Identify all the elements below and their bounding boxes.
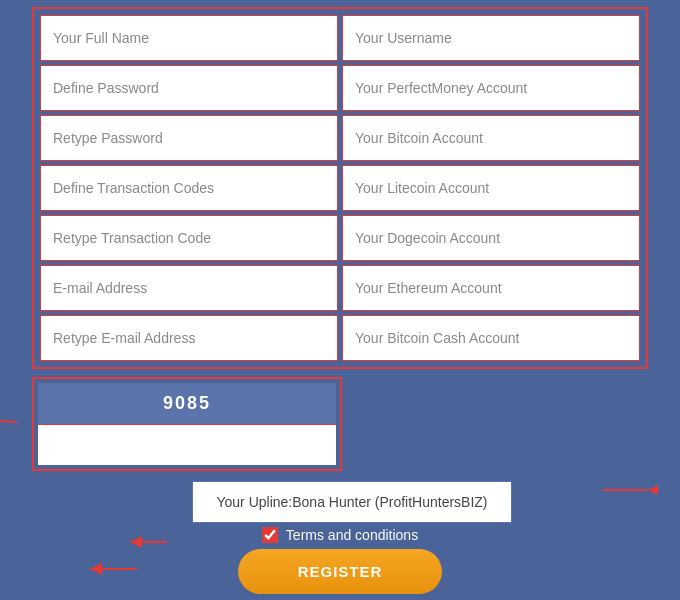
username-input[interactable] <box>342 15 640 61</box>
terms-checkbox[interactable] <box>262 527 278 543</box>
perfectmoney-account-input[interactable] <box>342 65 640 111</box>
full-name-input[interactable] <box>40 15 338 61</box>
register-left-arrow-icon <box>82 554 142 584</box>
captcha-container: 9085 <box>32 377 342 471</box>
define-password-input[interactable] <box>40 65 338 111</box>
bitcoin-cash-account-input[interactable] <box>342 315 640 361</box>
upline-display: Your Upline:Bona Hunter (ProfitHuntersBI… <box>192 481 512 523</box>
register-button[interactable]: REGISTER <box>238 549 443 594</box>
captcha-code: 9085 <box>38 383 336 424</box>
terms-wrapper: Terms and conditions <box>32 527 648 543</box>
register-wrapper: REGISTER <box>32 549 648 594</box>
form-border <box>32 7 648 369</box>
form-grid <box>40 15 640 361</box>
captcha-input[interactable] <box>38 424 336 465</box>
retype-password-input[interactable] <box>40 115 338 161</box>
upline-wrapper: Your Upline:Bona Hunter (ProfitHuntersBI… <box>32 475 648 523</box>
bitcoin-account-input[interactable] <box>342 115 640 161</box>
left-arrow-icon <box>0 387 22 427</box>
ethereum-account-input[interactable] <box>342 265 640 311</box>
retype-transaction-code-input[interactable] <box>40 215 338 261</box>
dogecoin-account-input[interactable] <box>342 215 640 261</box>
define-transaction-codes-input[interactable] <box>40 165 338 211</box>
litecoin-account-input[interactable] <box>342 165 640 211</box>
terms-label: Terms and conditions <box>286 527 418 543</box>
registration-form: 9085 Your Upline:Bona Hunter (ProfitHunt… <box>20 0 660 600</box>
retype-email-address-input[interactable] <box>40 315 338 361</box>
email-address-input[interactable] <box>40 265 338 311</box>
right-arrow-icon <box>598 475 658 505</box>
